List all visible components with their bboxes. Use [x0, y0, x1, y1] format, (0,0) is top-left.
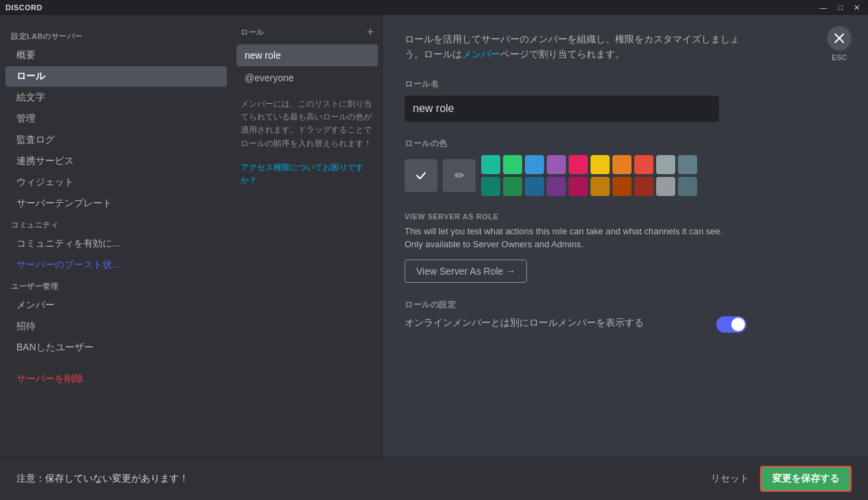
color-swatches: [481, 155, 697, 196]
server-name: 設定LABのサーバー: [0, 26, 232, 44]
unsaved-warning: 注意：保存していない変更があります！: [16, 473, 700, 485]
color-picker-row: ✏: [405, 155, 846, 196]
role-name-section: ロール名: [405, 79, 846, 122]
role-settings-section: ロールの設定 オンラインメンバーとは別にロールメンバーを表示する: [405, 299, 846, 333]
sidebar-item-template[interactable]: サーバーテンプレート: [5, 193, 227, 214]
desc-link[interactable]: メンバー: [462, 48, 500, 59]
content-area: ESC ロールを活用してサーバーのメンバーを組織し、権限をカスタマイズしましょう…: [383, 15, 868, 457]
color-swatch-0[interactable]: [481, 155, 500, 174]
sidebar-item-roles[interactable]: ロール: [5, 66, 227, 87]
esc-button[interactable]: ESC: [827, 26, 852, 61]
role-item-new-role[interactable]: new role: [236, 44, 378, 66]
color-swatch-14[interactable]: [569, 177, 588, 196]
maximize-btn[interactable]: □: [835, 3, 845, 12]
window-controls: — □ ✕: [817, 3, 863, 12]
minimize-btn[interactable]: —: [817, 3, 830, 12]
role-panel: ロール + new role @everyone メンバーには、このリストに割り…: [232, 15, 383, 457]
save-button[interactable]: 変更を保存する: [760, 466, 852, 492]
color-swatch-7[interactable]: [634, 155, 653, 174]
esc-circle[interactable]: [827, 26, 852, 51]
color-swatch-11[interactable]: [503, 177, 522, 196]
sidebar-item-overview[interactable]: 概要: [5, 45, 227, 66]
view-server-as-role-button[interactable]: View Server As Role →: [405, 260, 527, 283]
color-swatch-5[interactable]: [591, 155, 610, 174]
role-item-everyone[interactable]: @everyone: [236, 67, 378, 89]
color-swatch-10[interactable]: [481, 177, 500, 196]
color-swatch-6[interactable]: [612, 155, 632, 174]
role-color-section: ロールの色 ✏: [405, 138, 846, 196]
toggle-label-display-separately: オンラインメンバーとは別にロールメンバーを表示する: [405, 316, 644, 330]
sidebar-item-moderation[interactable]: 管理: [5, 109, 227, 129]
description: ロールを活用してサーバーのメンバーを組織し、権限をカスタマイズしましょう。ロール…: [405, 31, 746, 62]
titlebar: DISCORD — □ ✕: [0, 0, 868, 15]
toggle-knob: [731, 318, 745, 331]
role-drag-info: メンバーには、このリストに割り当てられている最も高いロールの色が適用されます。ド…: [232, 89, 382, 158]
color-swatch-3[interactable]: [547, 155, 566, 174]
main-layout: 設定LABのサーバー 概要 ロール 絵文字 管理 監査ログ 連携サービス ウィジ…: [0, 15, 868, 457]
desc-text-after: ページで割り当てられます。: [500, 48, 625, 59]
sidebar-item-widget[interactable]: ウィジェット: [5, 172, 227, 193]
role-color-label: ロールの色: [405, 138, 846, 150]
color-selected-swatch[interactable]: [405, 159, 437, 192]
vsar-title: VIEW SERVER AS ROLE: [405, 212, 846, 221]
role-panel-header: ロール +: [232, 26, 382, 44]
left-sidebar: 設定LABのサーバー 概要 ロール 絵文字 管理 監査ログ 連携サービス ウィジ…: [0, 15, 232, 457]
user-management-title: ユーザー管理: [0, 276, 232, 294]
sidebar-item-members[interactable]: メンバー: [5, 295, 227, 316]
sidebar-item-boost[interactable]: サーバーのブースト状...: [5, 255, 227, 275]
sidebar-item-integrations[interactable]: 連携サービス: [5, 151, 227, 171]
role-add-button[interactable]: +: [366, 26, 374, 38]
color-swatch-19[interactable]: [678, 177, 697, 196]
color-swatch-12[interactable]: [525, 177, 544, 196]
color-swatch-1[interactable]: [503, 155, 522, 174]
toggle-display-separately[interactable]: [716, 316, 746, 333]
color-custom-picker[interactable]: ✏: [443, 159, 476, 192]
role-settings-title: ロールの設定: [405, 299, 846, 311]
app-title: DISCORD: [5, 3, 817, 12]
reset-button[interactable]: リセット: [711, 473, 749, 485]
sidebar-item-invites[interactable]: 招待: [5, 316, 227, 337]
bottom-bar: 注意：保存していない変更があります！ リセット 変更を保存する: [0, 457, 868, 500]
sidebar-item-delete[interactable]: サーバーを削除: [5, 369, 227, 389]
close-btn[interactable]: ✕: [851, 3, 863, 12]
sidebar-item-bans[interactable]: BANしたユーザー: [5, 337, 227, 358]
color-swatch-17[interactable]: [634, 177, 653, 196]
color-swatch-13[interactable]: [547, 177, 566, 196]
color-swatch-16[interactable]: [612, 177, 632, 196]
sidebar-item-emoji[interactable]: 絵文字: [5, 87, 227, 108]
toggle-row-display-separately: オンラインメンバーとは別にロールメンバーを表示する: [405, 316, 746, 333]
view-server-as-role-section: VIEW SERVER AS ROLE This will let you te…: [405, 212, 846, 283]
sidebar-item-audit-log[interactable]: 監査ログ: [5, 130, 227, 150]
role-name-label: ロール名: [405, 79, 846, 90]
color-swatch-8[interactable]: [656, 155, 675, 174]
color-swatch-4[interactable]: [569, 155, 588, 174]
esc-label: ESC: [832, 53, 847, 61]
color-swatch-15[interactable]: [591, 177, 610, 196]
access-help-link[interactable]: アクセス権限についてお困りですか？: [232, 158, 382, 190]
vsar-desc: This will let you test what actions this…: [405, 225, 733, 251]
community-section-title: コミュニティ: [0, 214, 232, 233]
role-panel-title: ロール: [241, 27, 265, 38]
sidebar-item-community[interactable]: コミュニティを有効に...: [5, 234, 227, 254]
nav-panel: 設定LABのサーバー 概要 ロール 絵文字 管理 監査ログ 連携サービス ウィジ…: [0, 15, 232, 457]
color-swatch-9[interactable]: [678, 155, 697, 174]
color-swatch-18[interactable]: [656, 177, 675, 196]
color-swatch-2[interactable]: [525, 155, 544, 174]
role-name-input[interactable]: [405, 96, 719, 122]
